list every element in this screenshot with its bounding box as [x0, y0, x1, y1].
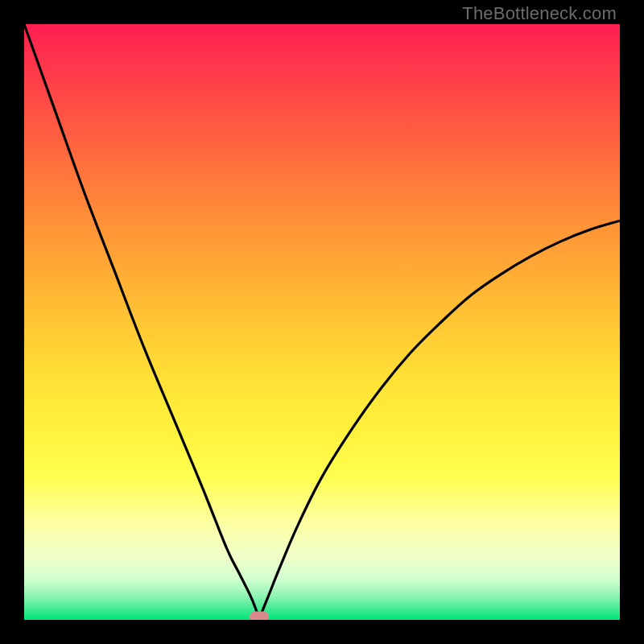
watermark-text: TheBottleneck.com — [462, 3, 617, 24]
curve-path — [24, 24, 620, 620]
minimum-marker — [250, 612, 269, 621]
bottleneck-curve — [24, 24, 620, 620]
plot-area — [24, 24, 620, 620]
chart-container: TheBottleneck.com — [0, 0, 644, 644]
